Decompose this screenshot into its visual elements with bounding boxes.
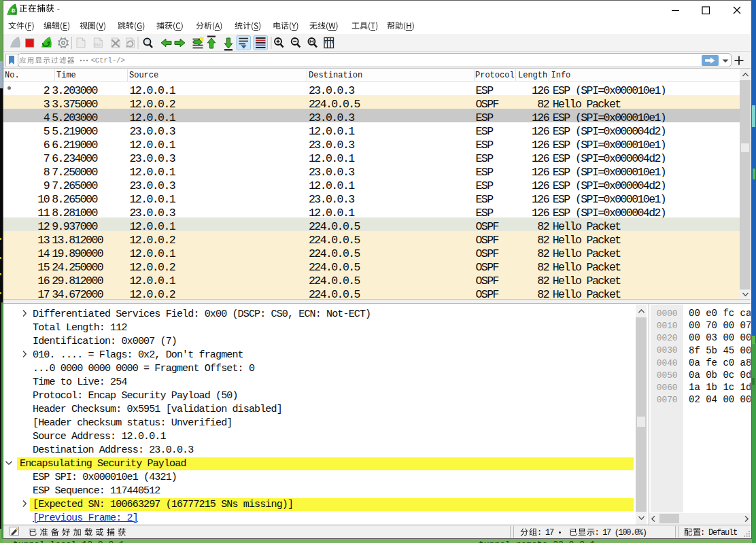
svg-text:010: 010 xyxy=(94,43,101,47)
